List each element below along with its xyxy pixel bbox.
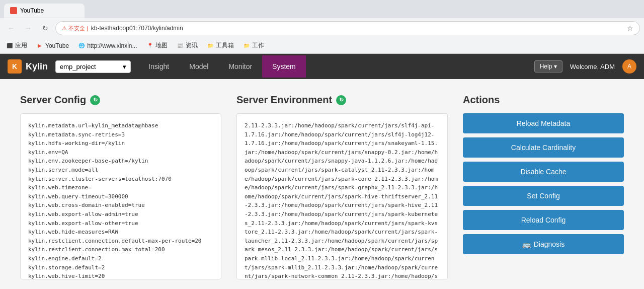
project-selector[interactable]: emp_project ▾ (55, 60, 131, 73)
bookmarks-bar: ⬛ 应用 ▶ YouTube 🌐 http://www.xinxin... 📍 … (0, 38, 644, 53)
server-config-panel: Server Config ↻ kylin.metadata.url=kylin… (20, 94, 221, 279)
server-config-title: Server Config ↻ (20, 94, 221, 106)
logo-letter: K (12, 62, 17, 70)
help-button[interactable]: Help ▾ (534, 60, 562, 73)
info-label: 资讯 (186, 41, 198, 50)
tab-favicon (10, 7, 17, 14)
toolbox-icon: 📁 (207, 42, 214, 49)
calculate-cardinality-button[interactable]: Calculate Cardinality (463, 137, 624, 158)
browser-tab-active[interactable]: YouTube (4, 4, 85, 18)
bookmark-apps[interactable]: ⬛ 应用 (4, 40, 29, 51)
server-env-content: 2.11-2.3.3.jar:/home/hadoop/spark/curren… (245, 121, 440, 279)
app-logo: K Kylin (8, 59, 48, 74)
server-config-content: kylin.metadata.url=kylin_metadata@hbase … (28, 121, 213, 279)
tab-monitor[interactable]: Monitor (218, 55, 262, 78)
tab-model[interactable]: Model (179, 55, 218, 78)
server-env-label: Server Environment (236, 94, 332, 106)
address-text: kb-testhadoop01:7070/kylin/admin (91, 25, 624, 32)
diagnosis-label: Diagnosis (534, 240, 565, 248)
app-header: K Kylin emp_project ▾ Insight Model Moni… (0, 54, 644, 79)
tab-system[interactable]: System (262, 55, 306, 78)
info-icon: 📰 (177, 42, 184, 49)
xinxin-icon: 🌐 (78, 42, 85, 49)
bookmark-youtube[interactable]: ▶ YouTube (34, 41, 71, 50)
back-button[interactable]: ← (4, 21, 18, 35)
reload-config-button[interactable]: Reload Config (463, 210, 624, 230)
youtube-icon: ▶ (36, 42, 43, 49)
set-config-button[interactable]: Set Config (463, 186, 624, 206)
diagnosis-button[interactable]: 🚌 Diagnosis (463, 234, 624, 254)
security-warning: ⚠ 不安全 | (62, 25, 88, 32)
apps-label: 应用 (15, 41, 27, 50)
dropdown-arrow: ▾ (123, 63, 126, 70)
bookmark-work[interactable]: 📁 工作 (241, 40, 266, 51)
map-icon: 📍 (146, 42, 153, 49)
server-env-box[interactable]: 2.11-2.3.3.jar:/home/hadoop/spark/curren… (236, 113, 448, 279)
server-env-panel: Server Environment ↻ 2.11-2.3.3.jar:/hom… (236, 94, 448, 279)
app-title: Kylin (26, 61, 48, 72)
tab-title: YouTube (20, 7, 44, 14)
work-icon: 📁 (243, 42, 250, 49)
refresh-browser-button[interactable]: ↻ (38, 21, 52, 35)
project-name: emp_project (60, 63, 96, 70)
server-env-title: Server Environment ↻ (236, 94, 448, 106)
nav-tabs: Insight Model Monitor System (138, 55, 527, 78)
bookmark-info[interactable]: 📰 资讯 (175, 40, 200, 51)
server-env-refresh[interactable]: ↻ (336, 95, 346, 105)
browser-toolbar: ← → ↻ ⚠ 不安全 | kb-testhadoop01:7070/kylin… (0, 18, 644, 38)
warning-icon: ⚠ (62, 25, 67, 32)
actions-title: Actions (463, 94, 624, 106)
server-config-refresh[interactable]: ↻ (90, 95, 100, 105)
bookmark-toolbox[interactable]: 📁 工具箱 (205, 40, 236, 51)
welcome-text: Welcome, ADM (570, 63, 615, 70)
map-label: 地图 (155, 41, 168, 50)
apps-icon: ⬛ (6, 42, 13, 49)
xinxin-label: http://www.xinxin... (87, 42, 137, 49)
server-config-box[interactable]: kylin.metadata.url=kylin_metadata@hbase … (20, 113, 221, 279)
work-label: 工作 (252, 41, 264, 50)
diagnosis-icon: 🚌 (522, 240, 531, 248)
logo-icon: K (8, 59, 22, 74)
browser-tabs: YouTube (0, 0, 644, 18)
address-bar[interactable]: ⚠ 不安全 | kb-testhadoop01:7070/kylin/admin… (55, 21, 640, 35)
disable-cache-button[interactable]: Disable Cache (463, 162, 624, 182)
forward-button[interactable]: → (21, 21, 35, 35)
header-right: Help ▾ Welcome, ADM A (534, 59, 636, 74)
toolbox-label: 工具箱 (216, 41, 234, 50)
separator: | (87, 25, 88, 31)
tab-insight[interactable]: Insight (138, 55, 179, 78)
bookmark-xinxin[interactable]: 🌐 http://www.xinxin... (76, 41, 139, 50)
actions-label: Actions (463, 94, 500, 106)
main-content: Server Config ↻ kylin.metadata.url=kylin… (0, 79, 644, 289)
bookmark-star[interactable]: ☆ (627, 24, 633, 32)
user-avatar[interactable]: A (622, 59, 636, 74)
youtube-label: YouTube (45, 42, 69, 49)
browser-chrome: YouTube ← → ↻ ⚠ 不安全 | kb-testhadoop01:70… (0, 0, 644, 54)
actions-panel: Actions Reload Metadata Calculate Cardin… (463, 94, 624, 279)
bookmark-map[interactable]: 📍 地图 (144, 40, 170, 51)
security-text: 不安全 (68, 25, 85, 32)
reload-metadata-button[interactable]: Reload Metadata (463, 113, 624, 133)
server-config-label: Server Config (20, 94, 86, 106)
